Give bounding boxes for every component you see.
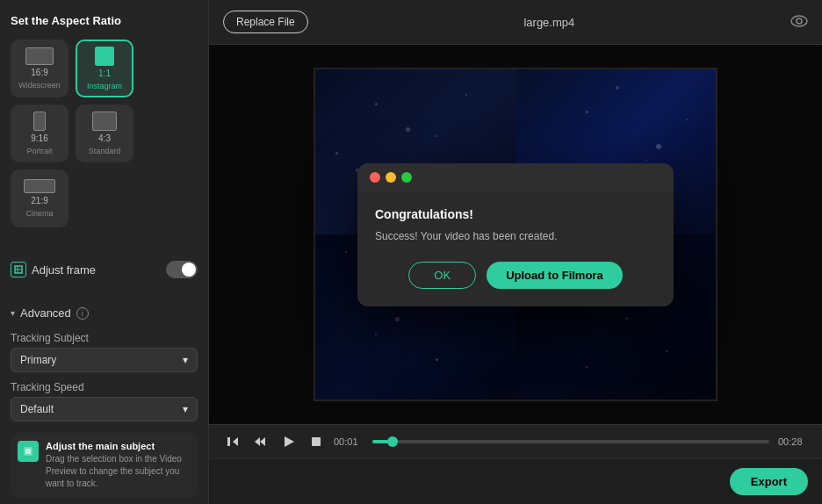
svg-marker-10 xyxy=(255,437,260,446)
modal-overlay: Congratulations! Success! Your video has… xyxy=(209,45,822,424)
hint-body: Drag the selection box in the Video Prev… xyxy=(46,453,191,490)
modal-actions: OK Upload to Filmora xyxy=(375,262,656,289)
stop-button[interactable] xyxy=(307,435,325,449)
aspect-card-21-9[interactable]: 21:9 Cinema xyxy=(11,169,68,227)
frame-svg xyxy=(14,265,23,274)
aspect-icon-4-3 xyxy=(92,112,117,131)
aspect-icon-21-9 xyxy=(24,179,55,193)
advanced-label: Advanced xyxy=(20,306,71,320)
aspect-sub-1-1: Instagram xyxy=(87,82,122,90)
advanced-chevron-icon: ▾ xyxy=(11,308,15,318)
ok-button[interactable]: OK xyxy=(408,262,476,289)
video-area: Congratulations! Success! Your video has… xyxy=(209,45,822,424)
tracking-subject-label: Tracking Subject xyxy=(11,332,198,344)
replace-file-button[interactable]: Replace File xyxy=(223,11,308,33)
tracking-speed-chevron-icon: ▾ xyxy=(183,403,188,415)
toggle-knob xyxy=(182,263,196,277)
aspect-label-16-9: 16:9 xyxy=(31,68,47,77)
tracking-speed-value: Default xyxy=(20,403,54,415)
hint-box: Adjust the main subject Drag the selecti… xyxy=(11,434,198,497)
tracking-subject-group: Tracking Subject Primary ▾ xyxy=(11,332,198,372)
hint-title: Adjust the main subject xyxy=(46,441,191,451)
svg-marker-9 xyxy=(260,437,265,446)
hint-text: Adjust the main subject Drag the selecti… xyxy=(46,441,191,490)
file-name: large.mp4 xyxy=(319,16,780,29)
aspect-label-21-9: 21:9 xyxy=(31,197,47,205)
svg-point-6 xyxy=(797,18,802,24)
aspect-label-1-1: 1:1 xyxy=(98,69,111,78)
play-icon xyxy=(283,436,295,448)
adjust-frame-toggle[interactable] xyxy=(166,261,198,278)
aspect-sub-4-3: Standard xyxy=(89,147,121,155)
adjust-frame-row: Adjust frame xyxy=(11,256,198,284)
aspect-label-9-16: 9:16 xyxy=(31,134,47,143)
aspect-icon-16-9 xyxy=(25,47,54,65)
eye-icon[interactable] xyxy=(790,13,808,32)
play-button[interactable] xyxy=(279,434,299,450)
hint-icon xyxy=(18,441,39,462)
top-bar: Replace File large.mp4 xyxy=(209,0,822,45)
svg-marker-11 xyxy=(285,436,294,447)
tracking-speed-label: Tracking Speed xyxy=(11,381,198,393)
eye-svg xyxy=(790,15,808,27)
aspect-sub-16-9: Widescreen xyxy=(18,81,61,90)
export-button[interactable]: Export xyxy=(730,468,808,495)
traffic-light-green[interactable] xyxy=(401,172,412,183)
svg-point-5 xyxy=(791,16,807,26)
svg-marker-7 xyxy=(233,437,238,446)
svg-rect-4 xyxy=(25,449,31,454)
player-controls: 00:01 00:28 xyxy=(209,424,822,458)
frame-icon xyxy=(11,262,26,277)
skip-back-button[interactable] xyxy=(223,434,242,450)
current-time: 00:01 xyxy=(334,436,364,447)
traffic-light-red[interactable] xyxy=(370,172,380,183)
step-back-icon xyxy=(255,436,267,448)
advanced-info-icon: i xyxy=(76,307,89,320)
step-back-button[interactable] xyxy=(251,434,270,450)
stop-icon xyxy=(311,436,321,447)
aspect-card-9-16[interactable]: 9:16 Portrait xyxy=(11,104,68,162)
hint-svg xyxy=(22,445,34,457)
aspect-ratio-grid: 16:9 Widescreen 1:1 Instagram 9:16 Portr… xyxy=(11,40,198,227)
upload-to-filmora-button[interactable]: Upload to Filmora xyxy=(487,262,623,289)
progress-thumb xyxy=(387,436,398,447)
adjust-frame-label: Adjust frame xyxy=(11,262,96,277)
aspect-label-4-3: 4:3 xyxy=(98,134,111,143)
svg-rect-8 xyxy=(227,437,230,446)
main-content: Replace File large.mp4 xyxy=(209,0,822,504)
modal-body: Congratulations! Success! Your video has… xyxy=(357,191,674,306)
advanced-section-header[interactable]: ▾ Advanced i xyxy=(11,301,198,325)
aspect-card-1-1[interactable]: 1:1 Instagram xyxy=(76,40,133,97)
tracking-speed-dropdown[interactable]: Default ▾ xyxy=(11,397,198,421)
modal-title: Congratulations! xyxy=(375,207,656,221)
svg-rect-12 xyxy=(312,437,321,446)
aspect-card-4-3[interactable]: 4:3 Standard xyxy=(76,104,133,162)
sidebar: Set the Aspect Ratio 16:9 Widescreen 1:1… xyxy=(0,0,209,504)
progress-bar[interactable] xyxy=(372,440,769,443)
tracking-subject-dropdown[interactable]: Primary ▾ xyxy=(11,348,198,372)
sidebar-title: Set the Aspect Ratio xyxy=(11,14,198,27)
tracking-subject-chevron-icon: ▾ xyxy=(183,354,188,366)
traffic-light-yellow[interactable] xyxy=(386,172,396,183)
skip-back-icon xyxy=(227,436,239,448)
aspect-sub-21-9: Cinema xyxy=(25,209,53,218)
success-modal: Congratulations! Success! Your video has… xyxy=(357,163,674,306)
modal-titlebar xyxy=(357,163,674,191)
tracking-subject-value: Primary xyxy=(20,354,56,366)
bottom-bar: Export xyxy=(209,458,822,504)
aspect-card-16-9[interactable]: 16:9 Widescreen xyxy=(11,40,68,97)
aspect-icon-9-16 xyxy=(33,112,46,131)
tracking-speed-group: Tracking Speed Default ▾ xyxy=(11,381,198,421)
total-time: 00:28 xyxy=(778,436,808,447)
modal-message: Success! Your video has been created. xyxy=(375,228,656,244)
aspect-sub-9-16: Portrait xyxy=(26,147,52,155)
aspect-icon-1-1 xyxy=(95,47,114,66)
